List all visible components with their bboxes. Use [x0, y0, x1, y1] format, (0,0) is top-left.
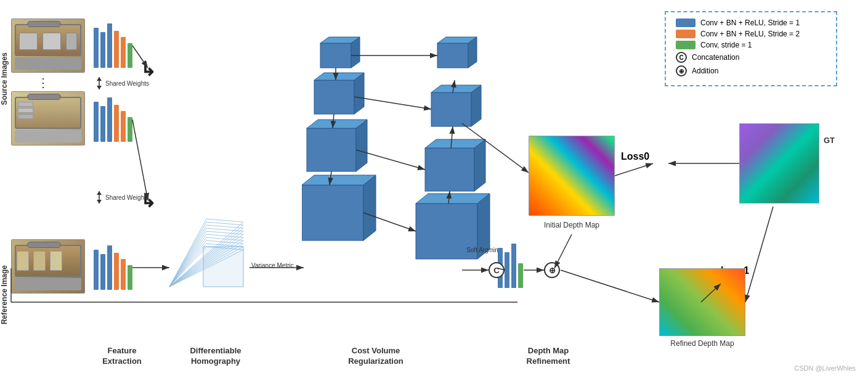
section-feature-label: FeatureExtraction	[91, 346, 153, 367]
legend-item-2: Conv + BN + ReLU, Stride = 2	[676, 30, 826, 38]
svg-rect-32	[431, 92, 471, 126]
svg-rect-23	[307, 128, 356, 171]
addition-circle: ⊕	[544, 262, 560, 278]
svg-marker-28	[363, 175, 376, 240]
svg-line-54	[132, 120, 148, 200]
svg-marker-2	[97, 86, 102, 89]
feature-bars-reference	[94, 245, 132, 290]
feature-bars-source1	[94, 23, 132, 68]
concatenation-symbol: C	[676, 52, 687, 63]
watermark: CSDN @LiverWhles	[794, 364, 856, 372]
legend-item-5: ⊕ Addition	[676, 65, 826, 76]
source-image-2	[11, 91, 85, 146]
arrow-updown-icon-2	[95, 191, 103, 203]
legend-text-3: Conv, stride = 1	[700, 41, 752, 49]
arrow-updown-icon	[95, 77, 103, 89]
concatenation-circle: C	[489, 262, 505, 278]
svg-marker-39	[416, 194, 490, 203]
initial-depth-map-image	[529, 136, 615, 216]
initial-depth-map-label: Initial Depth Map	[529, 221, 615, 229]
svg-marker-27	[302, 175, 376, 185]
legend-text-4: Concatenation	[692, 53, 739, 62]
diagram-container: Conv + BN + ReLU, Stride = 1 Conv + BN +…	[0, 0, 868, 378]
svg-rect-29	[437, 43, 468, 68]
gt-image	[739, 123, 819, 203]
shared-weights-label-1: Shared Weights	[105, 80, 149, 87]
legend-swatch-orange	[676, 30, 696, 38]
svg-marker-25	[356, 120, 367, 171]
legend-item-1: Conv + BN + ReLU, Stride = 1	[676, 18, 826, 27]
refined-depth-map-image	[659, 268, 745, 336]
svg-line-65	[745, 207, 773, 302]
svg-line-43	[354, 97, 431, 109]
feature-bars-source2	[94, 97, 132, 142]
legend-swatch-green	[676, 41, 696, 49]
svg-rect-17	[320, 43, 351, 68]
homography-fan	[166, 210, 246, 290]
gt-label: GT	[824, 136, 835, 145]
legend-item-3: Conv, stride = 1	[676, 41, 826, 49]
reference-image	[11, 239, 85, 294]
refined-depth-map-label: Refined Depth Map	[659, 339, 745, 348]
homography-arrow-2: ↳	[140, 190, 156, 212]
legend-text-1: Conv + BN + ReLU, Stride = 1	[700, 18, 800, 27]
svg-marker-5	[97, 200, 102, 203]
legend-text-5: Addition	[692, 67, 718, 75]
svg-marker-22	[354, 73, 364, 114]
svg-line-60	[561, 270, 659, 302]
homography-arrow-1: ↲	[140, 59, 156, 80]
svg-rect-26	[302, 185, 363, 240]
legend-box: Conv + BN + ReLU, Stride = 1 Conv + BN +…	[665, 11, 837, 86]
section-homography-label: DifferentiableHomography	[179, 346, 253, 367]
legend-text-2: Conv + BN + ReLU, Stride = 2	[700, 30, 800, 38]
addition-symbol: ⊕	[676, 65, 687, 76]
section-depth-refinement-label: Depth MapRefinement	[499, 346, 598, 367]
svg-rect-16	[203, 247, 243, 287]
legend-swatch-blue	[676, 18, 696, 27]
dots-between-images: ⋮	[37, 75, 49, 90]
svg-line-63	[554, 234, 572, 268]
svg-rect-20	[314, 80, 354, 114]
loss0-label: Loss0	[621, 151, 649, 162]
variance-metric-label: Variance Metric	[251, 262, 294, 269]
source-images-label: Source Images	[0, 52, 9, 105]
svg-marker-1	[97, 77, 102, 81]
svg-marker-37	[474, 139, 485, 191]
svg-line-62	[615, 163, 653, 176]
svg-rect-35	[425, 148, 474, 191]
section-cost-volume-label: Cost VolumeRegularization	[327, 346, 425, 367]
source-image-1	[11, 18, 85, 73]
svg-marker-34	[471, 85, 481, 126]
legend-item-4: C Concatenation	[676, 52, 826, 63]
reference-image-label: Reference Image	[0, 265, 9, 324]
svg-marker-4	[97, 191, 102, 195]
